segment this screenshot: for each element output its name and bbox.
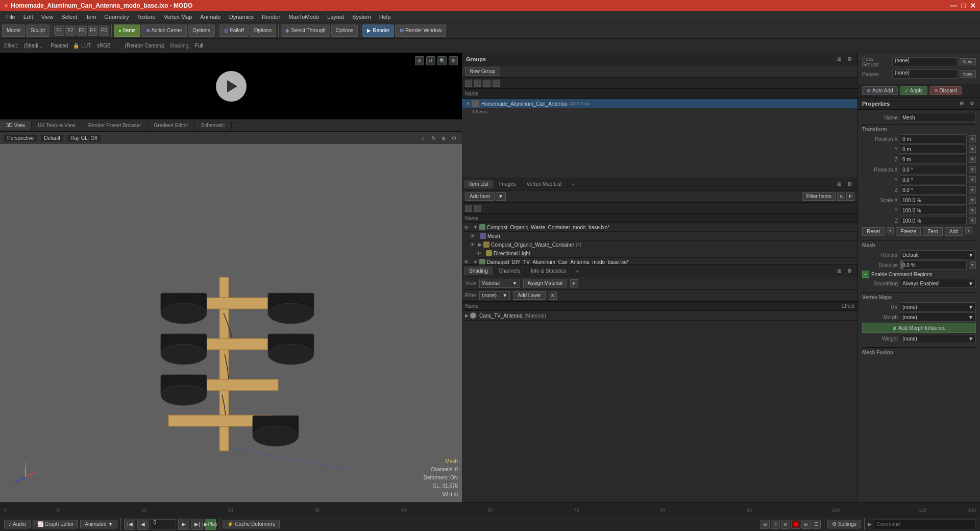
add-arrow[interactable]: ▼	[965, 227, 972, 234]
item-expand-0[interactable]: ▼	[473, 225, 478, 230]
view-dropdown[interactable]: Material ▼	[479, 279, 520, 288]
menu-item[interactable]: Item	[81, 13, 100, 21]
select-through-btn[interactable]: ◈ Select Through	[281, 25, 330, 37]
rot-y-arrow[interactable]: ▼	[969, 176, 976, 183]
viewport-settings-icon[interactable]: ⚙	[450, 134, 458, 142]
menu-layout[interactable]: Layout	[323, 13, 348, 21]
reset-btn[interactable]: Reset	[862, 227, 885, 236]
item-eye-3[interactable]: 👁	[476, 251, 483, 256]
mode-model-btn[interactable]: Model	[2, 25, 25, 37]
scale-y-value[interactable]: 100.0 %	[900, 206, 967, 215]
options-btn[interactable]: Options	[188, 25, 214, 37]
command-input[interactable]	[874, 519, 976, 529]
groups-icon-3[interactable]	[483, 80, 491, 87]
menu-render[interactable]: Render	[258, 13, 284, 21]
groups-expand-icon[interactable]: ⊞	[835, 55, 843, 63]
viewport-perspective[interactable]: Perspective	[4, 135, 37, 141]
scale-y-arrow[interactable]: ▼	[969, 207, 976, 214]
item-eye-2[interactable]: 👁	[470, 242, 477, 248]
passes-dropdown[interactable]: (none)	[892, 69, 958, 79]
transport-end-btn[interactable]: ▶|	[191, 519, 203, 530]
shading-expand-icon[interactable]: ⊞	[835, 267, 843, 275]
action-center-btn[interactable]: ⊕ Action Center	[141, 25, 187, 37]
viewport-zoom-icon[interactable]: ⊕	[439, 134, 448, 142]
item-eye-1[interactable]: 👁	[470, 233, 477, 239]
group-row-sub[interactable]: 8 Items	[462, 108, 857, 115]
rot-z-value[interactable]: 0.0 °	[900, 185, 967, 195]
item-list-settings-icon[interactable]: ⚙	[845, 180, 853, 188]
new-group-btn[interactable]: New Group	[465, 67, 500, 76]
viewport-default[interactable]: Default	[41, 135, 63, 141]
pass-groups-dropdown[interactable]: (none)	[892, 57, 958, 66]
transport-start-btn[interactable]: |◀	[124, 519, 135, 530]
assign-material-fkey[interactable]: F	[570, 279, 578, 287]
filter-dropdown[interactable]: (none) ▼	[479, 291, 510, 300]
transport-prev-btn[interactable]: ◀	[137, 519, 149, 530]
viewport-raygl[interactable]: Ray GL: Off	[67, 135, 101, 141]
transport-icon-6[interactable]: ☰	[812, 520, 821, 529]
add-morph-btn[interactable]: ⊕ Add Morph Influence	[862, 323, 976, 333]
add-item-dropdown[interactable]: ▼	[496, 192, 506, 201]
effect-value[interactable]: (Shadi...	[20, 42, 45, 50]
lut-value[interactable]: sRGB	[94, 42, 114, 50]
items-btn[interactable]: ● Items	[114, 25, 140, 37]
item-icon-add[interactable]	[474, 205, 481, 212]
f4-btn[interactable]: F4	[88, 26, 98, 36]
scale-z-arrow[interactable]: ▼	[969, 217, 976, 224]
preview-ctrl-3[interactable]: 🔍	[437, 56, 447, 65]
close-btn[interactable]: ✕	[970, 2, 976, 10]
freeze-btn[interactable]: Freeze	[896, 227, 921, 236]
pos-z-value[interactable]: 0 m	[900, 155, 967, 164]
discard-btn[interactable]: ✕ Discard	[929, 86, 962, 95]
shading-tab-add[interactable]: +	[572, 267, 583, 276]
tab-schematic[interactable]: Schematic	[195, 121, 232, 130]
tab-info-stats[interactable]: Info & Statistics	[526, 267, 572, 275]
tab-3dview[interactable]: 3D View	[0, 121, 32, 130]
scale-x-value[interactable]: 100.0 %	[900, 196, 967, 205]
reset-arrow[interactable]: ▼	[887, 227, 894, 234]
tab-item-list[interactable]: Item List	[464, 180, 494, 188]
menu-file[interactable]: File	[2, 13, 19, 21]
smoothing-dropdown[interactable]: Always Enabled ▼	[900, 279, 976, 288]
menu-texture[interactable]: Texture	[133, 13, 160, 21]
rot-x-value[interactable]: 0.0 °	[900, 165, 967, 174]
item-tab-add[interactable]: +	[568, 180, 579, 189]
falloff-btn[interactable]: ◎ Falloff	[219, 25, 249, 37]
cmd-regions-checkbox[interactable]: ✓	[862, 271, 869, 278]
f5-btn[interactable]: F5	[99, 26, 109, 36]
animated-btn[interactable]: Animated ▼	[80, 520, 117, 528]
render-btn[interactable]: ▶ Render	[362, 25, 394, 37]
cache-deformers-btn[interactable]: ⚡ Cache Deformers	[223, 520, 279, 528]
tab-render-preset[interactable]: Render Preset Browser	[82, 121, 148, 130]
transport-icon-2[interactable]: ↺	[771, 520, 780, 529]
uv-dropdown[interactable]: (none) ▼	[900, 302, 976, 311]
preview-ctrl-1[interactable]: ⊕	[415, 56, 424, 65]
item-row-2[interactable]: 👁 ▶ Compost_Organic_Waste_Container (2)	[468, 240, 857, 249]
camera-label[interactable]: (Render Camera)	[122, 42, 168, 50]
menu-help[interactable]: Help	[375, 13, 395, 21]
minimize-btn[interactable]: —	[950, 2, 958, 10]
options3-btn[interactable]: Options	[331, 25, 358, 37]
dissolve-arrow[interactable]: ▼	[969, 261, 976, 269]
groups-icon-1[interactable]	[465, 80, 472, 87]
pos-x-arrow[interactable]: ▼	[969, 135, 976, 142]
menu-view[interactable]: View	[37, 13, 58, 21]
auto-add-btn[interactable]: ⊕ Auto Add	[862, 86, 898, 95]
groups-icon-4[interactable]	[493, 80, 500, 87]
options2-btn[interactable]: Options	[250, 25, 276, 37]
item-expand-4[interactable]: ▼	[473, 259, 478, 264]
rot-z-arrow[interactable]: ▼	[969, 186, 976, 194]
morph-dropdown[interactable]: (none) ▼	[900, 312, 976, 322]
play-btn[interactable]: ▶ Play	[205, 519, 216, 530]
item-row-0[interactable]: 👁 ▼ Compost_Organic_Waste_Container_modo…	[462, 223, 857, 232]
scale-x-arrow[interactable]: ▼	[969, 197, 976, 204]
filter-s-key[interactable]: S	[837, 192, 845, 201]
groups-icon-2[interactable]	[474, 80, 481, 87]
tab-images[interactable]: Images	[494, 180, 522, 188]
video-play-btn[interactable]	[216, 71, 247, 102]
rot-x-arrow[interactable]: ▼	[969, 166, 976, 173]
transport-icon-5[interactable]: ⊞	[801, 520, 811, 529]
zero-btn[interactable]: Zero	[923, 227, 943, 236]
passes-new-btn[interactable]: New	[960, 70, 976, 78]
menu-select[interactable]: Select	[57, 13, 81, 21]
